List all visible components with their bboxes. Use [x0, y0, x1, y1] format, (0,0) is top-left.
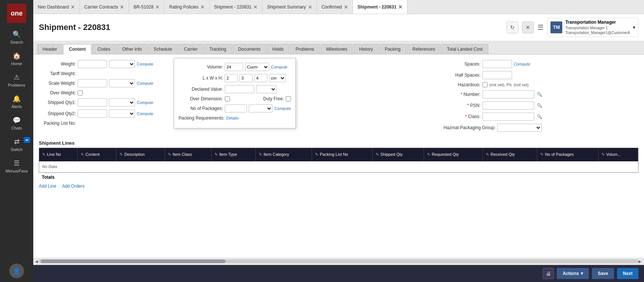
scroll-thumb[interactable] — [41, 259, 226, 263]
refresh-button[interactable]: ↻ — [506, 21, 518, 33]
user-section[interactable]: TM Transportation Manager Transportation… — [547, 18, 638, 37]
save-button[interactable]: Save — [592, 268, 614, 279]
spaces-compute-link[interactable]: Compute — [514, 62, 531, 66]
lwh-unit-select[interactable]: cm in ft — [269, 74, 286, 82]
class-search-icon[interactable]: 🔍 — [536, 113, 543, 120]
h-input[interactable] — [254, 74, 267, 82]
hamburger-menu[interactable]: ☰ — [538, 23, 543, 31]
tab-tracking[interactable]: Tracking — [204, 44, 232, 54]
scale-weight-input[interactable] — [78, 79, 107, 87]
tab-header[interactable]: Header — [37, 44, 62, 54]
tab-packing[interactable]: Packing — [379, 44, 406, 54]
scale-weight-unit-select[interactable] — [109, 79, 135, 87]
sidebar-item-switch[interactable]: ⇄ Switch ⇄ — [0, 134, 33, 155]
spaces-input[interactable] — [482, 60, 512, 68]
add-line-link[interactable]: Add Line — [39, 184, 56, 189]
tab-neo-dashboard[interactable]: Neo Dashboard ✕ — [33, 0, 80, 14]
sidebar-item-menus[interactable]: ☰ Menus/Favs — [0, 155, 33, 177]
scale-weight-compute-link[interactable]: Compute — [137, 81, 153, 85]
shipped-qty2-input[interactable] — [78, 110, 107, 118]
weight-compute-link[interactable]: Compute — [137, 62, 153, 66]
col-header-shipped-qty[interactable]: ✎Shipped Qty — [372, 148, 424, 161]
sidebar-item-alerts[interactable]: 🔔 Alerts — [0, 91, 33, 113]
psn-input[interactable] — [482, 101, 534, 110]
col-header-item-class[interactable]: ✎Item Class — [165, 148, 211, 161]
user-avatar-sidebar[interactable]: 👤 — [9, 263, 24, 278]
sidebar-item-chats[interactable]: 💬 Chats — [0, 113, 33, 134]
tab-confirmed[interactable]: Confirmed ✕ — [317, 0, 353, 14]
col-header-requested-qty[interactable]: ✎Requested Qty — [424, 148, 482, 161]
shipped-qty2-unit-select[interactable] — [109, 110, 135, 118]
tab-history[interactable]: History — [353, 44, 378, 54]
col-header-line-no[interactable]: ✎Line No — [39, 148, 78, 161]
no-of-packages-input[interactable] — [225, 104, 247, 113]
tab-close-rating-policies[interactable]: ✕ — [200, 4, 205, 10]
col-header-item-category[interactable]: ✎Item Category — [256, 148, 312, 161]
volume-compute-link[interactable]: Compute — [271, 65, 288, 69]
duty-free-checkbox[interactable] — [286, 96, 291, 101]
tab-close-confirmed[interactable]: ✕ — [344, 4, 348, 10]
tab-total-landed-cost[interactable]: Total Landed Cost — [441, 44, 488, 54]
weight-unit-select[interactable] — [109, 60, 135, 68]
sidebar-item-problems[interactable]: ⚠ Problems — [0, 70, 33, 91]
class-input[interactable] — [482, 113, 534, 121]
over-dimension-checkbox[interactable] — [225, 96, 230, 101]
tab-shipment-220831-1[interactable]: Shipment - 220831 ✕ — [210, 0, 262, 14]
tab-holds[interactable]: Holds — [267, 44, 289, 54]
number-search-icon[interactable]: 🔍 — [536, 91, 543, 98]
tab-br-51028[interactable]: BR-51028 ✕ — [129, 0, 165, 14]
psn-search-icon[interactable]: 🔍 — [536, 102, 543, 109]
tab-close-shipment-1[interactable]: ✕ — [253, 4, 258, 10]
details-link[interactable]: Details — [226, 116, 239, 120]
col-header-no-of-packages[interactable]: ✎No of Packages — [537, 148, 598, 161]
weight-input[interactable] — [78, 60, 107, 68]
print-button[interactable]: 🖨 — [543, 268, 554, 279]
scroll-right-arrow[interactable]: ▶ — [638, 259, 642, 263]
actions-button[interactable]: Actions ▾ — [557, 268, 589, 279]
tab-schedule[interactable]: Schedule — [148, 44, 178, 54]
col-header-content[interactable]: ✎Content — [78, 148, 116, 161]
hazardous-checkbox[interactable] — [482, 82, 488, 87]
tab-documents[interactable]: Documents — [233, 44, 266, 54]
shipped-qty1-input[interactable] — [78, 98, 107, 107]
tab-references[interactable]: References — [407, 44, 441, 54]
declared-value-currency-select[interactable] — [256, 85, 277, 93]
col-header-item-type[interactable]: ✎Item Type — [211, 148, 255, 161]
sidebar-item-home[interactable]: 🏠 Home — [0, 48, 33, 70]
number-input[interactable] — [482, 90, 534, 98]
tab-codes[interactable]: Codes — [92, 44, 116, 54]
tab-carrier[interactable]: Carrier — [179, 44, 203, 54]
sidebar-item-search[interactable]: 🔍 Search — [0, 27, 33, 48]
shipped-qty1-compute-link[interactable]: Compute — [137, 100, 153, 105]
col-header-volume[interactable]: ✎Volum... — [598, 148, 638, 161]
tab-close-neo-dashboard[interactable]: ✕ — [71, 4, 75, 10]
shipped-qty2-compute-link[interactable]: Compute — [137, 111, 153, 116]
volume-unit-select[interactable]: Cucm CuFt CuIn — [245, 63, 269, 71]
horizontal-scrollbar[interactable]: ◀ ▶ — [33, 258, 644, 265]
tab-rating-policies[interactable]: Rating Policies ✕ — [165, 0, 209, 14]
tab-content[interactable]: Content — [63, 44, 91, 54]
no-of-packages-compute-link[interactable]: Compute — [274, 106, 291, 111]
col-header-packing-list-no[interactable]: ✎Packing List No — [312, 148, 373, 161]
hazmat-packaging-select[interactable] — [497, 124, 542, 132]
close-button[interactable]: ✕ — [522, 21, 534, 33]
tab-milestones[interactable]: Milestones — [321, 44, 353, 54]
col-header-received-qty[interactable]: ✎Received Qty — [482, 148, 537, 161]
w-input[interactable] — [240, 74, 252, 82]
l-input[interactable] — [225, 74, 238, 82]
tab-close-shipment-summary[interactable]: ✕ — [308, 4, 312, 10]
scroll-track[interactable] — [39, 259, 638, 263]
tab-close-shipment-2[interactable]: ✕ — [398, 4, 403, 10]
volume-input[interactable] — [225, 63, 243, 71]
tab-close-carrier-contracts[interactable]: ✕ — [120, 4, 124, 10]
app-logo[interactable]: one — [7, 4, 26, 23]
over-weight-checkbox[interactable] — [78, 90, 83, 95]
tab-shipment-220831-2[interactable]: Shipment - 220831 ✕ — [353, 0, 407, 14]
tab-shipment-summary[interactable]: Shipment Summary ✕ — [262, 0, 317, 14]
tab-problems[interactable]: Problems — [290, 44, 320, 54]
half-spaces-input[interactable] — [482, 71, 512, 79]
col-header-description[interactable]: ✎Description — [116, 148, 165, 161]
shipped-qty1-unit-select[interactable] — [109, 98, 135, 107]
tab-carrier-contracts[interactable]: Carrier Contracts ✕ — [80, 0, 129, 14]
scroll-left-arrow[interactable]: ◀ — [35, 259, 39, 263]
